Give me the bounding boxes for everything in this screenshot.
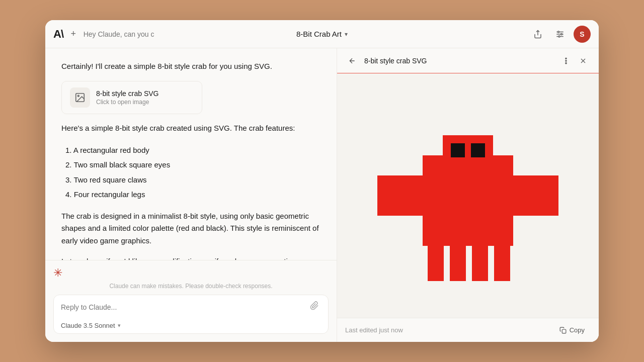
svg-rect-16 — [423, 155, 513, 246]
input-row — [54, 295, 328, 319]
svg-rect-24 — [562, 329, 566, 333]
svg-point-9 — [566, 58, 567, 59]
top-bar: A\ + 8-Bit Crab Art ▾ — [45, 20, 599, 48]
model-selector[interactable]: Claude 3.5 Sonnet ▾ — [61, 322, 121, 329]
claude-logo-area: ✳ — [53, 266, 329, 281]
artifact-content — [337, 73, 599, 318]
more-dots-icon — [562, 57, 570, 65]
copy-footer-icon — [559, 327, 567, 334]
disclaimer-text: Claude can make mistakes. Please double-… — [53, 283, 329, 290]
artifact-copy-button[interactable]: Copy — [553, 323, 591, 337]
svg-rect-17 — [443, 135, 493, 165]
svg-rect-22 — [472, 246, 488, 281]
artifact-card-title: 8-bit style crab SVG — [96, 89, 194, 98]
artifact-card-subtitle: Click to open image — [96, 99, 194, 106]
settings-button[interactable] — [551, 26, 569, 43]
list-item: 4. Four rectangular legs — [61, 187, 320, 202]
artifact-more-button[interactable] — [558, 53, 574, 68]
closing-paragraph-2: Let me know if you'd like any modificati… — [61, 255, 320, 260]
artifact-header-actions — [558, 53, 591, 68]
reply-input[interactable] — [61, 303, 308, 311]
top-bar-left: A\ + — [53, 27, 154, 41]
crab-svg — [367, 95, 569, 296]
attach-button[interactable] — [308, 300, 321, 314]
artifact-copy-label: Copy — [570, 326, 585, 334]
svg-point-3 — [558, 31, 559, 33]
artifact-footer: Last edited just now Copy — [337, 318, 599, 342]
svg-rect-19 — [471, 143, 485, 157]
artifact-card-info: 8-bit style crab SVG Click to open image — [96, 89, 194, 106]
search-input[interactable] — [84, 30, 154, 38]
svg-point-4 — [561, 33, 562, 35]
main-content: Certainly! I'll create a simple 8-bit st… — [45, 48, 599, 342]
chat-footer: ✳ Claude can make mistakes. Please doubl… — [45, 260, 337, 342]
last-edited-text: Last edited just now — [345, 326, 553, 334]
chevron-down-icon: ▾ — [345, 31, 348, 38]
chat-title-button[interactable]: 8-Bit Crab Art ▾ — [296, 30, 348, 38]
input-area: Claude 3.5 Sonnet ▾ — [53, 295, 329, 334]
back-arrow-icon — [348, 57, 356, 65]
svg-point-5 — [558, 36, 560, 37]
list-item: 2. Two small black square eyes — [61, 157, 320, 172]
svg-rect-20 — [428, 246, 444, 281]
list-item: 1. A rectangular red body — [61, 143, 320, 158]
chat-title-text: 8-Bit Crab Art — [296, 30, 342, 38]
description-text: Here's a simple 8-bit style crab created… — [61, 122, 320, 135]
svg-point-11 — [566, 62, 567, 63]
artifact-panel: 8-bit style crab SVG — [337, 48, 599, 342]
model-chevron-icon: ▾ — [118, 322, 121, 329]
share-icon — [533, 30, 542, 39]
close-icon — [579, 57, 587, 65]
claude-snowflake-icon: ✳ — [53, 266, 62, 280]
new-chat-button[interactable]: + — [68, 27, 78, 41]
input-bottom: Claude 3.5 Sonnet ▾ — [54, 319, 328, 333]
top-bar-right: S — [490, 26, 591, 43]
artifact-back-button[interactable] — [345, 54, 359, 68]
svg-rect-21 — [450, 246, 466, 281]
svg-rect-14 — [377, 175, 428, 216]
artifact-header-title: 8-bit style crab SVG — [364, 57, 553, 65]
svg-rect-23 — [494, 246, 510, 281]
list-item: 3. Two red square claws — [61, 172, 320, 188]
intro-message: Certainly! I'll create a simple 8-bit st… — [61, 60, 320, 73]
artifact-card-icon — [70, 87, 90, 108]
user-avatar[interactable]: S — [574, 26, 591, 43]
artifact-header: 8-bit style crab SVG — [337, 48, 599, 73]
artifact-card[interactable]: 8-bit style crab SVG Click to open image — [61, 81, 202, 114]
svg-rect-18 — [451, 143, 465, 157]
artifact-close-button[interactable] — [576, 53, 591, 68]
svg-point-10 — [566, 60, 567, 61]
paperclip-icon — [310, 301, 319, 310]
model-name: Claude 3.5 Sonnet — [61, 322, 115, 329]
top-bar-center: 8-Bit Crab Art ▾ — [154, 30, 490, 38]
app-window: A\ + 8-Bit Crab Art ▾ — [45, 20, 599, 342]
anthropic-logo: A\ — [53, 28, 63, 41]
closing-paragraph-1: The crab is designed in a minimalist 8-b… — [61, 210, 320, 247]
plus-icon: + — [71, 29, 76, 39]
svg-rect-15 — [508, 175, 558, 216]
chat-panel: Certainly! I'll create a simple 8-bit st… — [45, 48, 337, 342]
feature-list: 1. A rectangular red body 2. Two small b… — [61, 143, 320, 202]
share-button[interactable] — [529, 26, 546, 43]
chat-messages: Certainly! I'll create a simple 8-bit st… — [45, 48, 337, 260]
settings-icon — [555, 30, 565, 39]
svg-point-7 — [77, 95, 79, 97]
